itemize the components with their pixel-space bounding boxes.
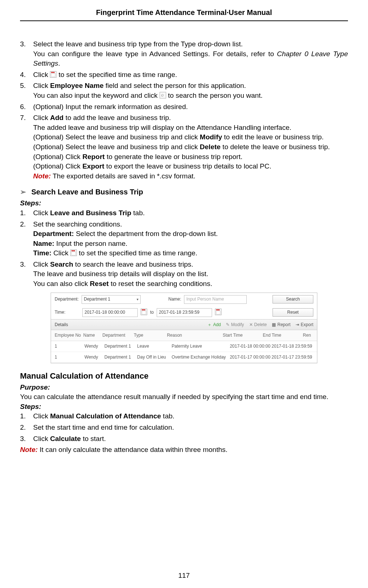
delete-button[interactable]: ✕Delete xyxy=(249,322,267,328)
step-number: 2. xyxy=(20,423,33,433)
report-button[interactable]: ▦Report xyxy=(272,322,290,328)
step4: Click to set the specified time as time … xyxy=(33,70,348,80)
step-number: 6. xyxy=(20,102,33,112)
step7-line2: The added leave and business trip will d… xyxy=(33,123,348,133)
manual-s2: Set the start time and end time for calc… xyxy=(33,423,348,433)
app-screenshot: Department: Department 1▾ Name: Input Pe… xyxy=(51,293,317,363)
chevron-down-icon: ▾ xyxy=(137,297,138,302)
search-s3-l3: You can also click Reset to reset the se… xyxy=(33,279,348,289)
step7-line3: (Optional) Select the leave and business… xyxy=(33,132,348,142)
close-icon: ✕ xyxy=(249,322,253,328)
step-number: 3. xyxy=(20,39,33,69)
ss-to-label: to xyxy=(150,309,154,316)
search-s3-l1: Click Search to search the leave and bus… xyxy=(33,260,348,270)
step-number: 1. xyxy=(20,411,33,421)
calendar-icon[interactable] xyxy=(215,309,222,315)
search-s2-intro: Set the searching conditions. xyxy=(33,220,348,229)
steps-list-1: 3. Select the leave and business trip ty… xyxy=(20,39,348,181)
search-s1: Click Leave and Business Trip tab. xyxy=(33,208,348,218)
ss-time-from[interactable]: 2017-01-18 00:00:00 xyxy=(82,308,138,317)
step7-line6: (Optional) Click Export to export the le… xyxy=(33,162,348,171)
search-s2-time: Time: Click to set the specified time as… xyxy=(33,248,348,258)
manual-s1: Click Manual Calculation of Attendance t… xyxy=(33,411,348,421)
table-row[interactable]: 1 Wendy Department 1 Leave Paternity Lea… xyxy=(51,341,317,352)
magnify-icon xyxy=(160,92,166,98)
reset-button[interactable]: Reset xyxy=(273,308,313,317)
ss-name-label: Name: xyxy=(168,296,181,302)
plus-icon: ＋ xyxy=(207,322,212,328)
note-label: Note: xyxy=(33,172,51,180)
search-s2-dept: Department: Select the department from t… xyxy=(33,229,348,239)
page-header: Fingerprint Time Attendance Terminal·Use… xyxy=(20,7,348,21)
purpose-text: You can calculate the attendance result … xyxy=(20,392,348,402)
search-s2-name: Name: Input the person name. xyxy=(33,239,348,249)
edit-icon: ✎ xyxy=(226,322,230,328)
step-number: 3. xyxy=(20,260,33,289)
ss-details-label: Details xyxy=(55,322,68,328)
search-button[interactable]: Search xyxy=(273,295,313,303)
step5-line1: Click Employee Name field and select the… xyxy=(33,81,348,91)
header-left: Fingerprint Time Attendance Terminal xyxy=(96,8,227,16)
header-right: User Manual xyxy=(229,8,272,16)
report-icon: ▦ xyxy=(272,322,276,328)
manual-calc-heading: Manual Calculation of Attendance xyxy=(20,371,348,382)
step-number: 1. xyxy=(20,208,33,218)
ss-dept-label: Department: xyxy=(55,296,79,302)
step-number: 5. xyxy=(20,81,33,100)
search-s3-l2: The leave and business trip details will… xyxy=(33,269,348,279)
step7-line5: (Optional) Click Report to generate the … xyxy=(33,152,348,162)
manual-s3: Click Calculate to start. xyxy=(33,434,348,444)
steps-list-manual: 1. Click Manual Calculation of Attendanc… xyxy=(20,411,348,444)
step6: (Optional) Input the remark information … xyxy=(33,102,348,112)
step-number: 3. xyxy=(20,434,33,444)
steps-list-search: 1. Click Leave and Business Trip tab. 2.… xyxy=(20,208,348,289)
ss-dept-select[interactable]: Department 1▾ xyxy=(82,295,141,304)
calendar-icon xyxy=(70,249,77,256)
step-number: 4. xyxy=(20,70,33,80)
ss-time-to[interactable]: 2017-01-18 23:59:59 xyxy=(157,308,212,317)
ss-time-label: Time: xyxy=(55,309,79,316)
table-row[interactable]: 1 Wendy Department 1 Day Off in Lieu Ove… xyxy=(51,352,317,363)
step7-line1: Click Add to add the leave and business … xyxy=(33,113,348,123)
export-button[interactable]: ⇥Export xyxy=(295,322,313,328)
step7-line4: (Optional) Select the leave and business… xyxy=(33,142,348,152)
step-number: 2. xyxy=(20,220,33,258)
steps-label-manual: Steps: xyxy=(20,402,348,412)
page-number: 117 xyxy=(0,571,368,581)
export-icon: ⇥ xyxy=(295,322,299,328)
table-header: Employee No Name Department Type Reason … xyxy=(51,330,317,341)
purpose-label: Purpose: xyxy=(20,383,348,392)
steps-label: Steps: xyxy=(20,198,348,208)
arrow-icon: ➢ xyxy=(20,187,26,197)
calendar-icon[interactable] xyxy=(141,309,147,315)
manual-note: Note: It can only calculate the attendan… xyxy=(20,445,348,455)
modify-button[interactable]: ✎Modify xyxy=(226,322,244,328)
note-label: Note: xyxy=(20,446,38,453)
step7-note: Note: The exported details are saved in … xyxy=(33,171,348,181)
add-button[interactable]: ＋Add xyxy=(207,322,221,328)
step3-line2: You can configure the leave type in Adva… xyxy=(33,49,348,69)
step-number: 7. xyxy=(20,113,33,181)
step3-line1: Select the leave and business trip type … xyxy=(33,39,348,49)
ss-name-input[interactable]: Input Person Name xyxy=(184,295,247,304)
calendar-icon xyxy=(50,71,56,78)
section-search-heading: ➢ Search Leave and Business Trip xyxy=(20,187,348,197)
step5-line2: You can also input the keyword and click… xyxy=(33,91,348,101)
